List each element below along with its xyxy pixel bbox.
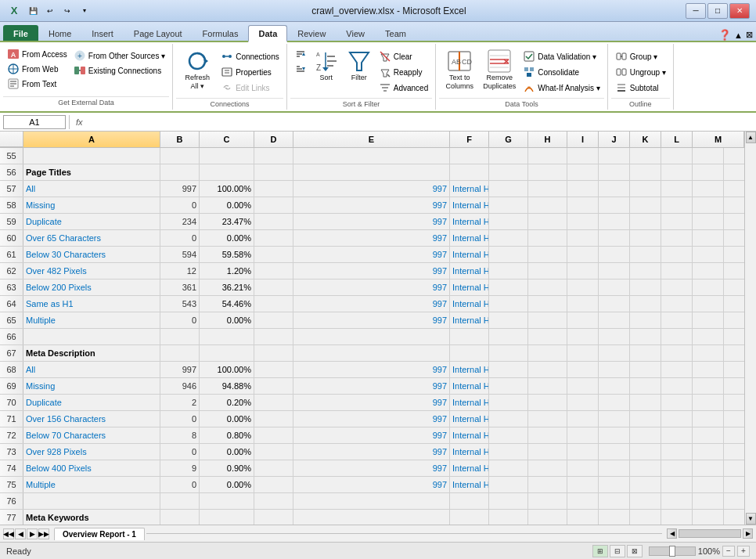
cell-73-A[interactable]: Over 928 Pixels: [23, 444, 160, 460]
cell-73-F[interactable]: Internal HTML pages with 2xx response: [450, 444, 489, 460]
cell-62-I[interactable]: [567, 263, 599, 279]
cell-74-J[interactable]: [599, 460, 630, 476]
cell-77-F[interactable]: [450, 510, 489, 525]
cell-56-M[interactable]: [693, 164, 724, 180]
cell-77-B[interactable]: [160, 510, 200, 525]
cell-75-I[interactable]: [567, 477, 599, 492]
cell-56-J[interactable]: [599, 164, 630, 180]
cell-67-J[interactable]: [599, 345, 630, 361]
cell-75-M[interactable]: [693, 477, 724, 492]
cell-58-J[interactable]: [599, 197, 630, 213]
cell-66-K[interactable]: [630, 329, 661, 344]
zoom-slider-handle[interactable]: [669, 546, 675, 557]
cell-57-E[interactable]: 997: [293, 181, 450, 197]
cell-64-L[interactable]: [661, 296, 693, 312]
row-header-62[interactable]: 62: [0, 263, 23, 279]
cell-66-D[interactable]: [254, 329, 293, 344]
cell-63-C[interactable]: 36.21%: [200, 280, 254, 295]
expand-icon[interactable]: ⊠: [746, 30, 753, 40]
cell-56-F[interactable]: [450, 164, 489, 180]
cell-62-A[interactable]: Over 482 Pixels: [23, 263, 160, 279]
cell-77-D[interactable]: [254, 510, 293, 525]
cell-60-C[interactable]: 0.00%: [200, 230, 254, 246]
ungroup-button[interactable]: Ungroup ▾: [613, 65, 668, 79]
cell-63-I[interactable]: [567, 280, 599, 295]
cell-55-B[interactable]: [160, 148, 200, 164]
cell-62-J[interactable]: [599, 263, 630, 279]
cell-62-F[interactable]: Internal HTML pages with 2xx response: [450, 263, 489, 279]
cell-56-K[interactable]: [630, 164, 661, 180]
cell-67-A[interactable]: Meta Description: [23, 345, 160, 361]
col-header-J[interactable]: J: [599, 132, 630, 147]
minimize-ribbon-icon[interactable]: ▲: [734, 31, 743, 40]
row-header-65[interactable]: 65: [0, 312, 23, 328]
cell-63-A[interactable]: Below 200 Pixels: [23, 280, 160, 295]
col-header-M[interactable]: M: [693, 132, 744, 147]
connections-button[interactable]: Connections: [218, 49, 282, 63]
cell-73-E[interactable]: 997: [293, 444, 450, 460]
cell-62-E[interactable]: 997: [293, 263, 450, 279]
cell-69-K[interactable]: [630, 378, 661, 394]
cell-68-G[interactable]: [489, 362, 528, 377]
cell-72-F[interactable]: Internal HTML pages with 2xx response: [450, 427, 489, 443]
cell-61-A[interactable]: Below 30 Characters: [23, 247, 160, 262]
cell-75-H[interactable]: [528, 477, 567, 492]
cell-71-E[interactable]: 997: [293, 411, 450, 427]
col-header-L[interactable]: L: [661, 132, 693, 147]
cell-77-G[interactable]: [489, 510, 528, 525]
cell-57-I[interactable]: [567, 181, 599, 197]
cell-74-G[interactable]: [489, 460, 528, 476]
cell-65-B[interactable]: 0: [160, 312, 200, 328]
cell-72-H[interactable]: [528, 427, 567, 443]
cell-66-F[interactable]: [450, 329, 489, 344]
cell-57-A[interactable]: All: [23, 181, 160, 197]
cell-71-M[interactable]: [693, 411, 724, 427]
cell-62-C[interactable]: 1.20%: [200, 263, 254, 279]
row-header-58[interactable]: 58: [0, 197, 23, 213]
cell-57-C[interactable]: 100.00%: [200, 181, 254, 197]
zoom-in-button[interactable]: +: [737, 546, 750, 557]
cell-67-I[interactable]: [567, 345, 599, 361]
cell-71-B[interactable]: 0: [160, 411, 200, 427]
cell-62-H[interactable]: [528, 263, 567, 279]
cell-77-L[interactable]: [661, 510, 693, 525]
cell-75-G[interactable]: [489, 477, 528, 492]
col-header-C[interactable]: C: [200, 132, 254, 147]
col-header-K[interactable]: K: [630, 132, 661, 147]
cell-59-E[interactable]: 997: [293, 214, 450, 229]
cell-64-E[interactable]: 997: [293, 296, 450, 312]
cell-58-D[interactable]: [254, 197, 293, 213]
cell-58-C[interactable]: 0.00%: [200, 197, 254, 213]
cell-69-E[interactable]: 997: [293, 378, 450, 394]
cell-76-I[interactable]: [567, 493, 599, 509]
cell-74-H[interactable]: [528, 460, 567, 476]
cell-64-J[interactable]: [599, 296, 630, 312]
cell-69-H[interactable]: [528, 378, 567, 394]
cell-62-K[interactable]: [630, 263, 661, 279]
cell-75-E[interactable]: 997: [293, 477, 450, 492]
cell-69-L[interactable]: [661, 378, 693, 394]
cell-61-M[interactable]: [693, 247, 724, 262]
cell-75-L[interactable]: [661, 477, 693, 492]
cell-65-C[interactable]: 0.00%: [200, 312, 254, 328]
cell-65-M[interactable]: [693, 312, 724, 328]
row-header-61[interactable]: 61: [0, 247, 23, 262]
row-header-64[interactable]: 64: [0, 296, 23, 312]
cell-55-D[interactable]: [254, 148, 293, 164]
cell-56-A[interactable]: Page Titles: [23, 164, 160, 180]
cell-72-G[interactable]: [489, 427, 528, 443]
cell-76-D[interactable]: [254, 493, 293, 509]
scroll-down-button[interactable]: ▼: [746, 513, 756, 525]
properties-button[interactable]: Properties: [218, 65, 282, 79]
cell-63-M[interactable]: [693, 280, 724, 295]
cell-76-M[interactable]: [693, 493, 724, 509]
tab-page-layout[interactable]: Page Layout: [124, 25, 193, 41]
cell-67-C[interactable]: [200, 345, 254, 361]
cell-58-G[interactable]: [489, 197, 528, 213]
cell-65-H[interactable]: [528, 312, 567, 328]
cell-76-A[interactable]: [23, 493, 160, 509]
cell-70-J[interactable]: [599, 395, 630, 410]
cell-73-D[interactable]: [254, 444, 293, 460]
cell-66-H[interactable]: [528, 329, 567, 344]
cell-77-E[interactable]: [293, 510, 450, 525]
